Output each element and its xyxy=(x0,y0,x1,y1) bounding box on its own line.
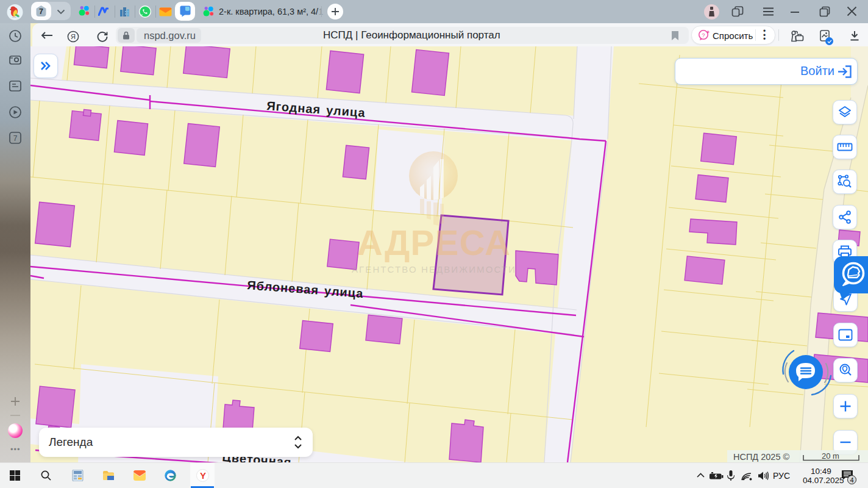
svg-text:Я: Я xyxy=(71,33,76,40)
svg-text:7: 7 xyxy=(39,7,43,16)
svg-text:АДРЕСА: АДРЕСА xyxy=(357,223,511,262)
svg-text:?: ? xyxy=(702,32,705,38)
svg-text:АГЕНТСТВО НЕДВИЖИМОСТИ: АГЕНТСТВО НЕДВИЖИМОСТИ xyxy=(352,264,516,274)
svg-text:7: 7 xyxy=(13,134,18,143)
